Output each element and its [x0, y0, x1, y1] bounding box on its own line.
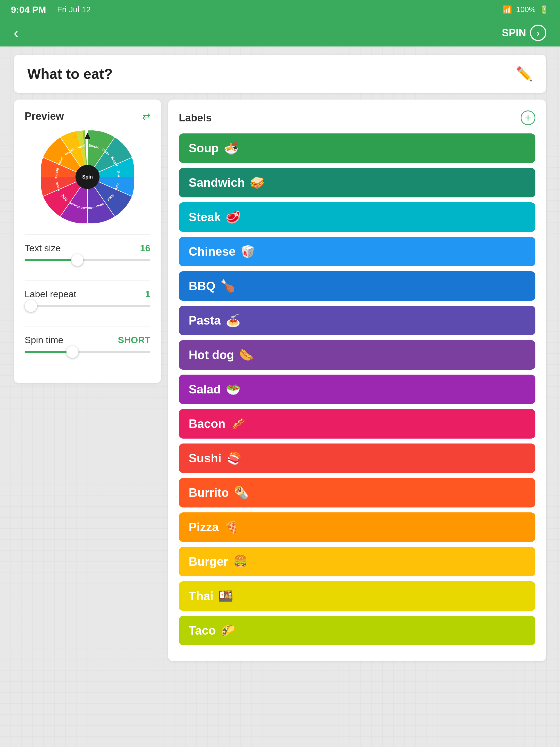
label-repeat-thumb[interactable]: [25, 300, 37, 312]
label-item[interactable]: BBQ 🍗: [179, 271, 535, 301]
label-emoji: 🥗: [226, 382, 240, 396]
label-text: Burrito: [189, 486, 229, 499]
text-size-section: Text size 16: [25, 234, 150, 272]
wifi-icon: 📶: [503, 5, 512, 14]
label-text: BBQ: [189, 279, 215, 293]
label-repeat-header: Label repeat 1: [25, 289, 150, 300]
label-text: Hot dog: [189, 348, 234, 362]
label-text: Sandwich: [189, 176, 245, 189]
text-size-thumb[interactable]: [71, 254, 83, 266]
svg-text:Thai: Thai: [116, 170, 121, 177]
text-size-track[interactable]: [25, 259, 150, 261]
label-emoji: 🍜: [224, 141, 239, 155]
label-item[interactable]: Bacon 🥓: [179, 409, 535, 439]
preview-title: Preview: [25, 110, 64, 122]
spin-button[interactable]: SPIN ›: [502, 25, 546, 41]
label-repeat-value: 1: [145, 289, 150, 300]
label-text: Bacon: [189, 417, 225, 431]
label-item[interactable]: Sandwich 🥪: [179, 168, 535, 198]
label-item[interactable]: Salad 🥗: [179, 375, 535, 404]
text-size-header: Text size 16: [25, 243, 150, 254]
label-item[interactable]: Sushi 🍣: [179, 443, 535, 473]
label-text: Steak: [189, 210, 221, 224]
spin-time-fill: [25, 351, 73, 353]
label-text: Salad: [189, 383, 221, 396]
label-item[interactable]: Pizza 🍕: [179, 512, 535, 542]
label-emoji: 🌮: [221, 623, 236, 638]
label-repeat-section: Label repeat 1: [25, 280, 150, 318]
status-time: 9:04 PM: [11, 4, 46, 15]
battery-icon: 🔋: [539, 5, 549, 14]
main-content: What to eat? ✏️ Preview ⇄: [0, 47, 560, 669]
wheel-wrapper[interactable]: Burrito Pizza Burger Thai Taco: [41, 130, 134, 223]
wheel-svg: Burrito Pizza Burger Thai Taco: [41, 130, 134, 223]
label-emoji: 🥪: [250, 176, 265, 190]
label-emoji: 🍱: [218, 589, 233, 603]
status-bar: 9:04 PM Fri Jul 12 📶 100% 🔋: [0, 0, 560, 19]
label-emoji: 🌭: [239, 348, 254, 362]
status-icons: 📶 100% 🔋: [503, 5, 549, 14]
text-size-value: 16: [140, 243, 150, 254]
label-emoji: 🥩: [226, 210, 240, 224]
add-label-button[interactable]: +: [520, 110, 535, 125]
label-emoji: 🌯: [234, 486, 249, 500]
spin-arrow-icon: ›: [530, 25, 546, 41]
label-emoji: 🥓: [230, 417, 245, 431]
label-item[interactable]: Taco 🌮: [179, 616, 535, 645]
label-item[interactable]: Hot dog 🌭: [179, 340, 535, 370]
spin-time-track[interactable]: [25, 351, 150, 353]
label-text: Thai: [189, 589, 213, 603]
label-item[interactable]: Chinese 🥡: [179, 237, 535, 266]
label-item[interactable]: Pasta 🍝: [179, 306, 535, 335]
label-item[interactable]: Burrito 🌯: [179, 478, 535, 508]
label-repeat-track[interactable]: [25, 305, 150, 307]
two-col-layout: Preview ⇄: [14, 100, 546, 661]
label-text: Soup: [189, 141, 219, 155]
wheel-container: Burrito Pizza Burger Thai Taco: [25, 130, 150, 223]
spin-time-thumb[interactable]: [67, 346, 78, 358]
status-date: Fri Jul 12: [57, 5, 91, 14]
left-panel: Preview ⇄: [14, 100, 161, 383]
label-item[interactable]: Thai 🍱: [179, 581, 535, 611]
text-size-fill: [25, 259, 77, 261]
text-size-label: Text size: [25, 243, 61, 254]
edit-icon[interactable]: ✏️: [516, 66, 533, 82]
label-item[interactable]: Burger 🍔: [179, 547, 535, 576]
spin-time-label: Spin time: [25, 335, 63, 345]
nav-bar: ‹ SPIN ›: [0, 19, 560, 47]
spin-label: SPIN: [502, 27, 526, 39]
back-button[interactable]: ‹: [14, 25, 18, 41]
label-emoji: 🍕: [224, 520, 239, 534]
title-card: What to eat? ✏️: [14, 55, 546, 93]
label-text: Burger: [189, 555, 228, 568]
shuffle-icon[interactable]: ⇄: [142, 111, 150, 122]
spin-time-header: Spin time SHORT: [25, 335, 150, 345]
labels-title: Labels: [179, 112, 212, 124]
label-emoji: 🥡: [240, 244, 255, 259]
label-text: Taco: [189, 624, 216, 637]
label-text: Pasta: [189, 314, 221, 327]
label-text: Chinese: [189, 245, 235, 258]
spin-time-value: SHORT: [118, 335, 150, 345]
svg-text:Sandwich: Sandwich: [80, 206, 95, 210]
svg-text:Spin: Spin: [82, 174, 93, 180]
label-emoji: 🍔: [233, 555, 248, 569]
spin-time-section: Spin time SHORT: [25, 326, 150, 364]
labels-header: Labels +: [179, 110, 535, 125]
label-emoji: 🍗: [221, 279, 235, 293]
label-text: Pizza: [189, 520, 219, 534]
preview-header: Preview ⇄: [25, 110, 150, 122]
right-panel: Labels + Soup 🍜 Sandwich 🥪 Steak 🥩 Chine…: [168, 100, 546, 661]
battery-label: 100%: [516, 5, 536, 14]
page-title: What to eat?: [27, 66, 113, 82]
label-text: Sushi: [189, 452, 222, 465]
label-item[interactable]: Steak 🥩: [179, 202, 535, 232]
label-emoji: 🍝: [226, 313, 240, 328]
label-emoji: 🍣: [226, 451, 241, 465]
label-repeat-label: Label repeat: [25, 289, 76, 300]
label-item[interactable]: Soup 🍜: [179, 133, 535, 163]
labels-list: Soup 🍜 Sandwich 🥪 Steak 🥩 Chinese 🥡 BBQ …: [179, 133, 535, 645]
